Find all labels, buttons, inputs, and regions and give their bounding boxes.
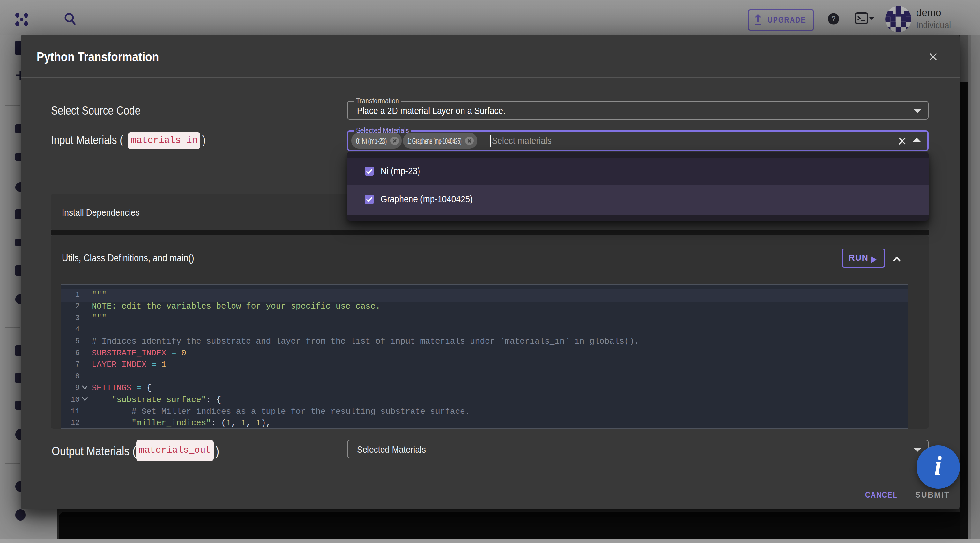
svg-text:?: ?	[831, 15, 836, 23]
